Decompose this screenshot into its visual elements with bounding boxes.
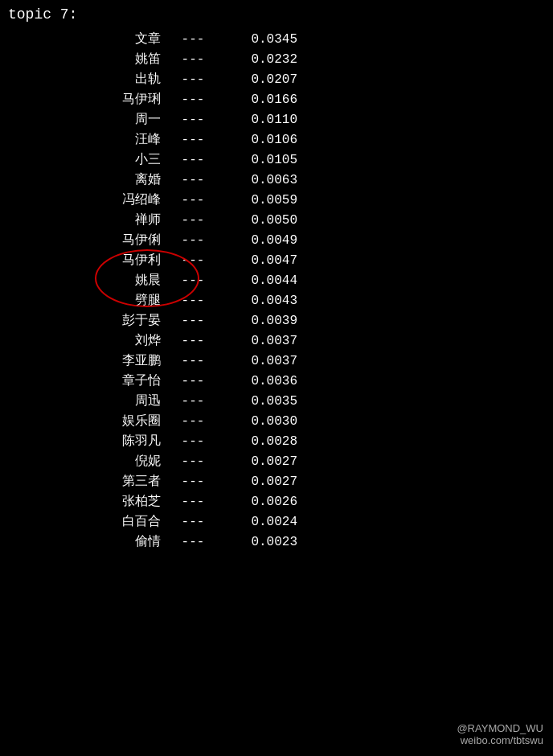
separator: --- [169,72,217,87]
term-label: 文章 [8,31,169,47]
score-value: 0.0166 [217,92,297,107]
separator: --- [169,233,217,248]
term-label: 离婚 [8,171,169,188]
table-row: 劈腿---0.0043 [8,290,545,310]
term-label: 周一 [8,111,169,128]
score-value: 0.0027 [217,475,297,489]
separator: --- [169,193,217,207]
table-row: 姚笛---0.0232 [8,49,545,69]
separator: --- [169,253,217,268]
term-label: 马伊俐 [8,232,169,249]
term-label: 姚晨 [8,272,169,289]
watermark-line2: weibo.com/tbtswu [457,734,543,746]
separator: --- [169,173,217,187]
table-row: 陈羽凡---0.0028 [8,431,545,451]
score-value: 0.0036 [217,374,297,388]
separator: --- [169,213,217,228]
term-label: 周迅 [8,392,169,409]
term-label: 第三者 [8,473,169,490]
score-value: 0.0232 [217,52,297,67]
score-value: 0.0037 [217,354,297,368]
table-row: 白百合---0.0024 [8,512,545,532]
table-row: 小三---0.0105 [8,150,545,170]
separator: --- [169,414,217,429]
separator: --- [169,314,217,328]
table-row: 章子怡---0.0036 [8,371,545,391]
score-value: 0.0037 [217,334,297,348]
table-row: 周一---0.0110 [8,109,545,129]
separator: --- [169,454,217,469]
table-row: 马伊俐---0.0049 [8,230,545,250]
table-row: 禅师---0.0050 [8,210,545,230]
score-value: 0.0043 [217,294,297,308]
score-value: 0.0028 [217,434,297,449]
separator: --- [169,394,217,409]
table-row: 汪峰---0.0106 [8,129,545,150]
table-row: 第三者---0.0027 [8,471,545,491]
score-value: 0.0044 [217,273,297,288]
term-label: 刘烨 [8,332,169,349]
term-label: 马伊琍 [8,91,169,108]
separator: --- [169,515,217,529]
score-value: 0.0059 [217,193,297,207]
term-label: 娱乐圈 [8,413,169,429]
table-row: 冯绍峰---0.0059 [8,190,545,210]
score-value: 0.0030 [217,414,297,429]
score-value: 0.0049 [217,233,297,248]
score-value: 0.0110 [217,113,297,127]
score-value: 0.0105 [217,153,297,167]
title: topic 7: [8,6,545,23]
table-row: 彭于晏---0.0039 [8,310,545,331]
table-row: 刘烨---0.0037 [8,331,545,351]
score-value: 0.0207 [217,72,297,87]
separator: --- [169,92,217,107]
term-label: 彭于晏 [8,312,169,329]
table-row: 周迅---0.0035 [8,391,545,411]
term-label: 出轨 [8,71,169,88]
separator: --- [169,294,217,308]
table-row: 出轨---0.0207 [8,69,545,89]
table-row: 偷情---0.0023 [8,532,545,552]
term-label: 马伊利 [8,252,169,269]
table-row: 娱乐圈---0.0030 [8,411,545,431]
term-label: 禅师 [8,212,169,228]
term-label: 倪妮 [8,453,169,470]
separator: --- [169,535,217,549]
separator: --- [169,495,217,509]
table-row: 文章---0.0345 [8,29,545,49]
score-value: 0.0023 [217,535,297,549]
table-row: 离婚---0.0063 [8,170,545,190]
table-row: 倪妮---0.0027 [8,451,545,471]
separator: --- [169,273,217,288]
term-label: 劈腿 [8,292,169,309]
score-value: 0.0024 [217,515,297,529]
data-table: 文章---0.0345姚笛---0.0232出轨---0.0207马伊琍---0… [8,29,545,552]
separator: --- [169,32,217,47]
term-label: 陈羽凡 [8,433,169,450]
separator: --- [169,153,217,167]
separator: --- [169,475,217,489]
table-row: 马伊利---0.0047 [8,250,545,270]
score-value: 0.0026 [217,495,297,509]
term-label: 汪峰 [8,131,169,148]
table-row: 姚晨---0.0044 [8,270,545,290]
separator: --- [169,334,217,348]
term-label: 姚笛 [8,51,169,68]
score-value: 0.0345 [217,32,297,47]
separator: --- [169,434,217,449]
table-row: 张柏芝---0.0026 [8,491,545,512]
score-value: 0.0047 [217,253,297,268]
term-label: 李亚鹏 [8,352,169,369]
score-value: 0.0106 [217,133,297,147]
term-label: 白百合 [8,513,169,530]
separator: --- [169,52,217,67]
score-value: 0.0035 [217,394,297,409]
watermark-line1: @RAYMOND_WU [457,722,543,734]
score-value: 0.0050 [217,213,297,228]
score-value: 0.0027 [217,454,297,469]
score-value: 0.0039 [217,314,297,328]
separator: --- [169,133,217,147]
watermark: @RAYMOND_WU weibo.com/tbtswu [457,722,543,746]
term-label: 张柏芝 [8,493,169,510]
table-row: 李亚鹏---0.0037 [8,351,545,371]
